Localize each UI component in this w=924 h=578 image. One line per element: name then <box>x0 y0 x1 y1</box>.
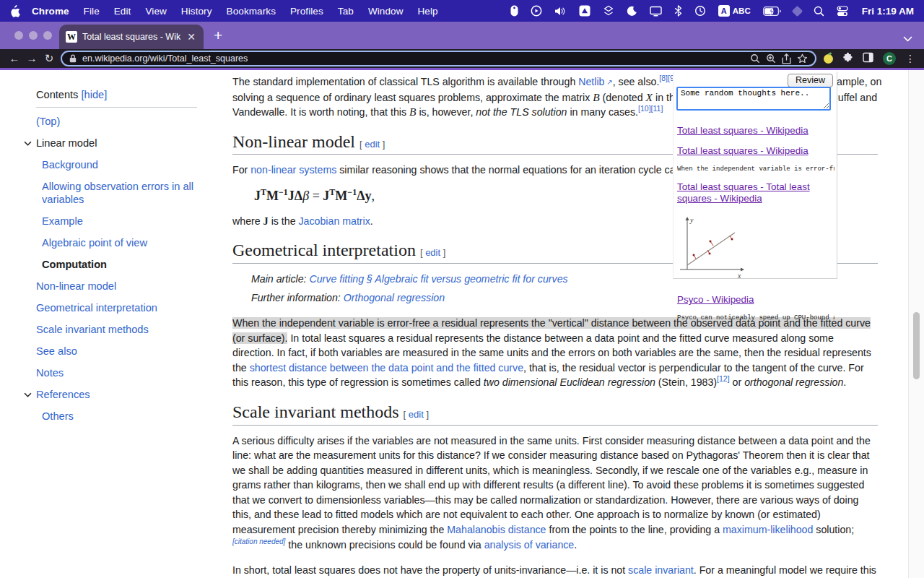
toc-divider <box>36 107 197 108</box>
scrollbar-thumb[interactable] <box>913 312 920 379</box>
toc-item-non-linear-model[interactable]: Non-linear model <box>0 280 209 293</box>
browser-tab[interactable]: W Total least squares - Wikipedia ✕ <box>59 25 204 49</box>
toc-item-computation[interactable]: Computation <box>0 258 209 271</box>
sidebar-panel-icon[interactable] <box>863 52 873 66</box>
chevron-down-icon[interactable] <box>24 392 32 397</box>
edit-link[interactable]: edit <box>425 247 440 258</box>
menu-help[interactable]: Help <box>411 6 445 17</box>
window-controls[interactable] <box>14 31 52 40</box>
search-result-link[interactable]: Total least squares - Wikipedia <box>677 145 834 157</box>
lock-icon[interactable] <box>69 54 77 63</box>
tab-search-chevron-icon[interactable] <box>903 32 912 45</box>
search-result-link[interactable]: Total least squares - Total least square… <box>677 181 834 204</box>
toc-item-top[interactable]: (Top) <box>0 115 209 128</box>
mouse-icon[interactable] <box>510 4 518 17</box>
paragraph-scale-units: A serious difficulty arises if the varia… <box>232 434 878 553</box>
review-button[interactable]: Review <box>788 74 833 87</box>
window-close-button[interactable] <box>14 31 23 40</box>
apple-logo-icon[interactable] <box>10 5 20 17</box>
menu-tab[interactable]: Tab <box>331 6 361 17</box>
profile-avatar[interactable]: C <box>883 52 896 65</box>
menu-bookmarks[interactable]: Bookmarks <box>219 6 283 17</box>
play-circle-icon[interactable] <box>531 4 542 17</box>
svg-text:y: y <box>689 216 694 224</box>
new-tab-button[interactable]: + <box>214 25 222 46</box>
edit-link[interactable]: edit <box>365 139 380 150</box>
layers-icon[interactable] <box>603 4 614 17</box>
menu-chrome[interactable]: Chrome <box>25 6 77 17</box>
menu-view[interactable]: View <box>138 6 173 17</box>
omnibox[interactable]: en.wikipedia.org/wiki/Total_least_square… <box>61 51 816 66</box>
bookmark-star-icon[interactable] <box>797 53 808 64</box>
menu-file[interactable]: File <box>77 6 107 17</box>
heading-scale-invariant-methods: Scale invariant methods [ edit ] <box>232 405 878 426</box>
tab-strip: W Total least squares - Wikipedia ✕ + <box>0 22 924 49</box>
toc-item-geometrical-interpretation[interactable]: Geometrical interpretation <box>0 301 209 314</box>
app-triangle-icon[interactable] <box>579 4 590 17</box>
edit-link[interactable]: edit <box>409 409 424 420</box>
paragraph-scale-invariance: In short, total least squares does not h… <box>232 563 878 578</box>
time-machine-icon[interactable] <box>694 4 706 17</box>
notes-textarea[interactable]: Some random thoughts here.. <box>676 87 831 111</box>
control-center-icon[interactable] <box>837 4 848 17</box>
display-icon[interactable] <box>650 4 662 17</box>
toc-hide-link[interactable]: [hide] <box>81 89 107 100</box>
url-text[interactable]: en.wikipedia.org/wiki/Total_least_square… <box>82 53 744 64</box>
menu-profiles[interactable]: Profiles <box>283 6 331 17</box>
moon-icon[interactable] <box>627 4 637 17</box>
bluetooth-icon[interactable] <box>674 4 682 17</box>
search-result-link[interactable]: Psyco - Wikipedia <box>677 294 834 306</box>
macos-menubar: ChromeFileEditViewHistoryBookmarksProfil… <box>0 0 924 22</box>
edit-section: [ edit ] <box>359 139 385 150</box>
toolbar-extensions-area: C ⋮ <box>824 52 918 66</box>
search-result-link[interactable]: Total least squares - Wikipedia <box>677 125 834 137</box>
toc-item-background[interactable]: Background <box>0 158 209 171</box>
window-zoom-button[interactable] <box>43 31 52 40</box>
toc-header: Contents [hide] <box>36 89 217 100</box>
page-content: Contents [hide] (Top)Linear modelBackgro… <box>0 70 924 578</box>
toc-contents-label: Contents <box>36 89 78 100</box>
chevron-down-icon[interactable] <box>24 141 32 146</box>
zoom-icon[interactable] <box>766 53 776 64</box>
input-source-icon[interactable]: A ABC <box>718 4 751 17</box>
toc-item-references[interactable]: References <box>0 388 209 401</box>
forward-button[interactable]: → <box>23 51 40 66</box>
page-scrollbar[interactable] <box>908 70 924 578</box>
spotlight-icon[interactable] <box>814 4 824 17</box>
menubar-clock[interactable]: Fri 1:19 AM <box>862 6 914 17</box>
window-minimize-button[interactable] <box>29 31 38 40</box>
search-result-snippet: When the independent variable is error-f… <box>677 165 834 173</box>
menu-history[interactable]: History <box>174 6 219 17</box>
toc-item-allowing-observation-errors-in-all-variables[interactable]: Allowing observation errors in all varia… <box>0 180 209 206</box>
paragraph-line: Vandewalle. It is worth noting, that thi… <box>232 106 663 118</box>
toc-item-notes[interactable]: Notes <box>0 366 209 379</box>
extension-ball-icon[interactable] <box>824 54 833 64</box>
tab-close-icon[interactable]: ✕ <box>186 31 197 43</box>
regression-plot-thumbnail: y x <box>677 213 834 285</box>
toc-item-see-also[interactable]: See also <box>0 345 209 358</box>
battery-charging-icon[interactable] <box>763 4 781 17</box>
menu-window[interactable]: Window <box>361 6 411 17</box>
toc-list: (Top)Linear modelBackgroundAllowing obse… <box>0 115 217 423</box>
reload-button[interactable]: ↻ <box>40 51 58 66</box>
toc-item-others[interactable]: Others <box>0 410 209 423</box>
menubar-status-area: A ABC Fri 1:19 AM <box>510 4 914 17</box>
toc-item-example[interactable]: Example <box>0 215 209 228</box>
volume-icon[interactable] <box>554 4 567 17</box>
toc-sidebar: Contents [hide] (Top)Linear modelBackgro… <box>0 70 217 431</box>
diamond-icon[interactable] <box>793 4 801 17</box>
menu-edit[interactable]: Edit <box>107 6 139 17</box>
back-button[interactable]: ← <box>6 51 23 66</box>
tab-title: Total least squares - Wikipedia <box>82 32 180 42</box>
toc-item-scale-invariant-methods[interactable]: Scale invariant methods <box>0 323 209 336</box>
toc-item-algebraic-point-of-view[interactable]: Algebraic point of view <box>0 236 209 249</box>
share-icon[interactable] <box>782 53 791 64</box>
browser-menu-icon[interactable]: ⋮ <box>905 53 915 64</box>
menubar-items: ChromeFileEditViewHistoryBookmarksProfil… <box>25 4 445 17</box>
search-result-snippet: Psyco can noticeably speed up CPU-bound … <box>677 314 834 322</box>
toc-item-linear-model[interactable]: Linear model <box>0 137 209 150</box>
input-source-label: ABC <box>733 7 751 15</box>
edit-section: [ edit ] <box>404 409 429 420</box>
extensions-puzzle-icon[interactable] <box>842 52 853 66</box>
lens-search-icon[interactable] <box>750 53 760 64</box>
